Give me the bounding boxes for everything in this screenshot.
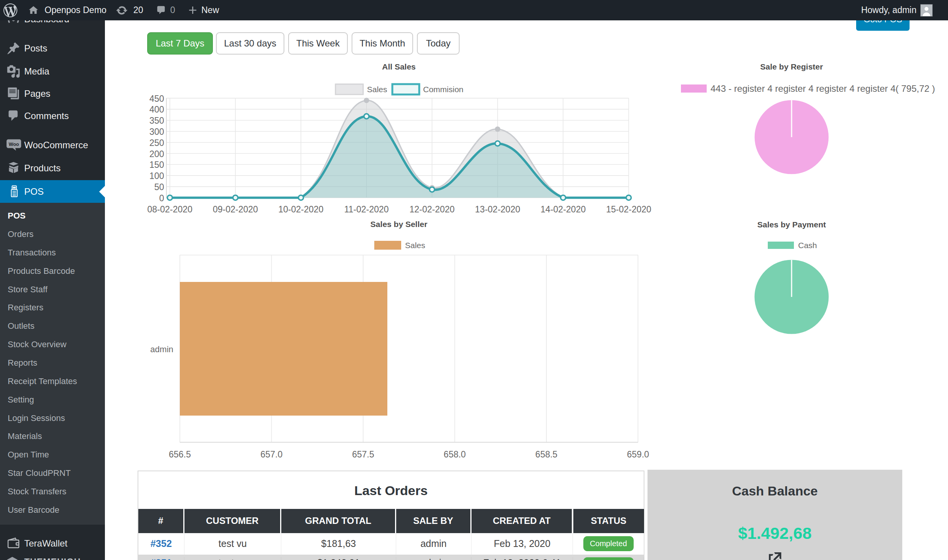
svg-text:50: 50 xyxy=(154,182,164,192)
svg-text:Sales: Sales xyxy=(405,241,425,250)
svg-text:657.0: 657.0 xyxy=(261,449,283,459)
svg-text:11-02-2020: 11-02-2020 xyxy=(344,204,389,214)
svg-text:657.5: 657.5 xyxy=(352,449,374,459)
svg-text:08-02-2020: 08-02-2020 xyxy=(147,204,193,214)
svg-text:250: 250 xyxy=(149,138,164,148)
svg-text:0: 0 xyxy=(159,193,164,203)
svg-text:Sales by Seller: Sales by Seller xyxy=(370,220,427,229)
svg-text:14-02-2020: 14-02-2020 xyxy=(541,204,586,214)
svg-text:Sale by Register: Sale by Register xyxy=(760,62,823,71)
svg-text:300: 300 xyxy=(149,127,164,137)
svg-text:Sales: Sales xyxy=(367,85,387,94)
svg-text:Cash: Cash xyxy=(798,241,817,250)
svg-text:658.5: 658.5 xyxy=(535,449,558,459)
svg-text:150: 150 xyxy=(149,160,164,170)
svg-text:09-02-2020: 09-02-2020 xyxy=(213,204,258,214)
svg-text:400: 400 xyxy=(149,104,164,114)
svg-text:admin: admin xyxy=(150,345,173,354)
svg-text:Commision: Commision xyxy=(423,85,463,94)
svg-text:350: 350 xyxy=(149,116,164,126)
svg-text:Woo: Woo xyxy=(9,141,19,147)
svg-text:100: 100 xyxy=(149,171,164,181)
svg-text:450: 450 xyxy=(149,94,164,104)
svg-text:13-02-2020: 13-02-2020 xyxy=(475,204,520,214)
svg-text:443 - register 4 register 4 re: 443 - register 4 register 4 register 4 r… xyxy=(711,83,935,94)
svg-text:656.5: 656.5 xyxy=(169,449,191,459)
svg-text:All Sales: All Sales xyxy=(382,62,416,71)
svg-text:10-02-2020: 10-02-2020 xyxy=(278,204,324,214)
svg-text:200: 200 xyxy=(149,149,164,159)
svg-text:15-02-2020: 15-02-2020 xyxy=(606,204,651,214)
svg-text:12-02-2020: 12-02-2020 xyxy=(409,204,455,214)
svg-text:659.0: 659.0 xyxy=(627,449,649,459)
svg-text:658.0: 658.0 xyxy=(444,449,466,459)
svg-text:Sales by Payment: Sales by Payment xyxy=(757,220,826,229)
